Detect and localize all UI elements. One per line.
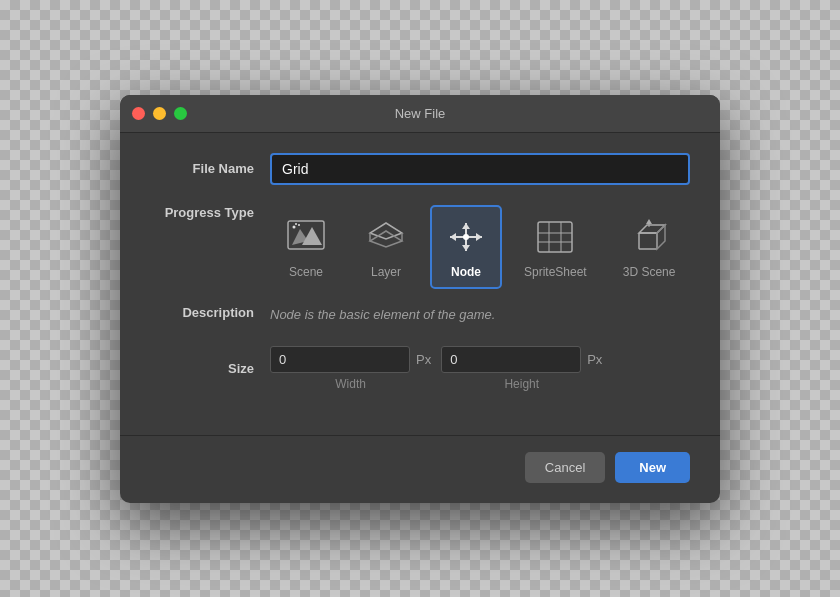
maximize-button[interactable]	[174, 107, 187, 120]
node-label: Node	[451, 265, 481, 279]
titlebar: New File	[120, 95, 720, 133]
layer-label: Layer	[371, 265, 401, 279]
type-option-3dscene[interactable]: 3D Scene	[609, 205, 690, 289]
svg-point-5	[295, 223, 297, 225]
size-row: Size Px Width Px Height	[150, 346, 690, 391]
width-input[interactable]	[270, 346, 410, 373]
cancel-button[interactable]: Cancel	[525, 452, 605, 483]
svg-rect-17	[538, 222, 572, 252]
svg-rect-22	[639, 233, 657, 249]
description-text: Node is the basic element of the game.	[270, 305, 495, 322]
height-unit: Px	[587, 352, 602, 367]
file-name-label: File Name	[150, 161, 270, 176]
svg-marker-12	[462, 223, 470, 229]
svg-point-4	[298, 224, 300, 226]
height-field-inner: Px	[441, 346, 602, 373]
width-field-inner: Px	[270, 346, 431, 373]
size-inputs: Px Width Px Height	[270, 346, 602, 391]
dialog-window: New File File Name Progress Type	[120, 95, 720, 503]
3dscene-icon	[627, 215, 671, 259]
file-name-row: File Name	[150, 153, 690, 185]
spritesheet-icon	[533, 215, 577, 259]
svg-point-3	[293, 225, 296, 228]
layer-icon	[364, 215, 408, 259]
new-button[interactable]: New	[615, 452, 690, 483]
type-option-scene[interactable]: Scene	[270, 205, 342, 289]
width-sublabel: Width	[335, 377, 366, 391]
type-options-group: Scene Layer	[270, 205, 689, 289]
scene-label: Scene	[289, 265, 323, 279]
type-option-spritesheet[interactable]: SpriteSheet	[510, 205, 601, 289]
svg-marker-2	[302, 227, 322, 245]
svg-marker-14	[450, 233, 456, 241]
scene-icon	[284, 215, 328, 259]
width-field-group: Px Width	[270, 346, 431, 391]
svg-marker-13	[462, 245, 470, 251]
type-option-node[interactable]: Node	[430, 205, 502, 289]
size-label: Size	[150, 361, 270, 376]
minimize-button[interactable]	[153, 107, 166, 120]
file-name-input[interactable]	[270, 153, 690, 185]
footer-buttons: Cancel New	[120, 452, 720, 503]
height-sublabel: Height	[504, 377, 539, 391]
progress-type-row: Progress Type	[150, 205, 690, 289]
svg-marker-24	[657, 225, 665, 249]
svg-marker-26	[646, 219, 652, 224]
window-title: New File	[395, 106, 446, 121]
progress-type-label: Progress Type	[150, 205, 270, 220]
description-label: Description	[150, 305, 270, 320]
width-unit: Px	[416, 352, 431, 367]
svg-marker-15	[476, 233, 482, 241]
height-input[interactable]	[441, 346, 581, 373]
close-button[interactable]	[132, 107, 145, 120]
svg-point-16	[463, 234, 469, 240]
window-controls	[132, 107, 187, 120]
description-row: Description Node is the basic element of…	[150, 305, 690, 322]
dialog-content: File Name Progress Type	[120, 133, 720, 419]
type-option-layer[interactable]: Layer	[350, 205, 422, 289]
node-icon	[444, 215, 488, 259]
divider	[120, 435, 720, 436]
3dscene-label: 3D Scene	[623, 265, 676, 279]
spritesheet-label: SpriteSheet	[524, 265, 587, 279]
height-field-group: Px Height	[441, 346, 602, 391]
